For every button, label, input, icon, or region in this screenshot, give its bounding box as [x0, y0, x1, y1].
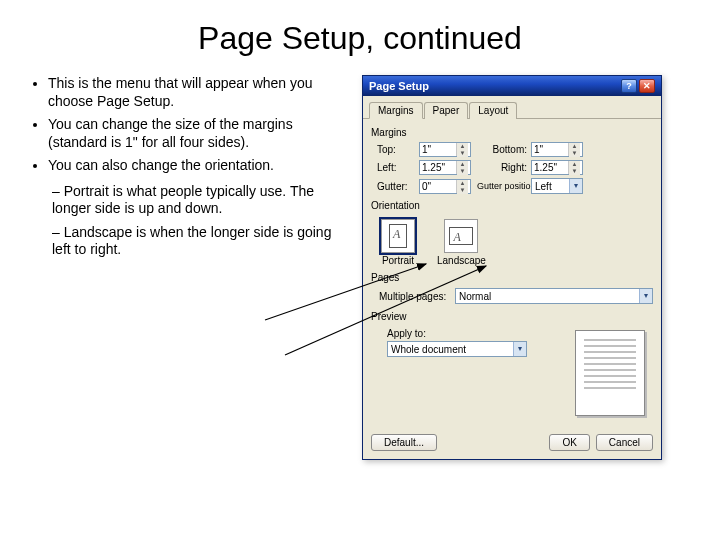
- label-gutter-pos: Gutter position:: [477, 181, 531, 191]
- label-multiple-pages: Multiple pages:: [379, 291, 449, 302]
- bullet-list: This is the menu that will appear when y…: [30, 75, 350, 175]
- label-gutter: Gutter:: [377, 181, 419, 192]
- input-gutter[interactable]: ▲▼: [419, 179, 471, 194]
- default-button[interactable]: Default...: [371, 434, 437, 451]
- help-button[interactable]: ?: [621, 79, 637, 93]
- preview-thumbnail: [575, 330, 645, 416]
- sub-bullet-2: Landscape is when the longer side is goi…: [52, 224, 350, 259]
- tab-layout[interactable]: Layout: [469, 102, 517, 119]
- text-column: This is the menu that will appear when y…: [30, 75, 350, 460]
- label-right: Right:: [477, 162, 531, 173]
- margins-section-label: Margins: [371, 127, 653, 138]
- preview-section-label: Preview: [371, 311, 653, 322]
- content-row: This is the menu that will appear when y…: [0, 75, 720, 460]
- combo-gutter-pos[interactable]: Left▾: [531, 178, 583, 194]
- landscape-icon: [449, 227, 473, 245]
- margins-grid: Top: ▲▼ Bottom: ▲▼ Left: ▲▼ Right: ▲▼ Gu…: [371, 142, 653, 194]
- close-button[interactable]: ✕: [639, 79, 655, 93]
- orientation-section-label: Orientation: [371, 200, 653, 211]
- tab-strip: Margins Paper Layout: [363, 96, 661, 119]
- sub-bullet-list: Portrait is what people typically use. T…: [30, 183, 350, 259]
- combo-apply-to[interactable]: Whole document▾: [387, 341, 527, 357]
- page-setup-dialog: Page Setup ? ✕ Margins Paper Layout Marg…: [362, 75, 662, 460]
- orientation-row: Portrait Landscape: [371, 215, 653, 268]
- label-apply-to: Apply to:: [379, 328, 563, 339]
- bullet-3: You can also change the orientation.: [48, 157, 350, 175]
- portrait-icon: [389, 224, 407, 248]
- portrait-label: Portrait: [382, 255, 414, 266]
- dialog-title: Page Setup: [369, 80, 429, 92]
- input-left[interactable]: ▲▼: [419, 160, 471, 175]
- dialog-button-row: Default... OK Cancel: [363, 426, 661, 459]
- input-bottom[interactable]: ▲▼: [531, 142, 583, 157]
- sub-bullet-1: Portrait is what people typically use. T…: [52, 183, 350, 218]
- tab-paper[interactable]: Paper: [424, 102, 469, 119]
- input-right[interactable]: ▲▼: [531, 160, 583, 175]
- pages-section-label: Pages: [371, 272, 653, 283]
- tab-margins[interactable]: Margins: [369, 102, 423, 119]
- ok-button[interactable]: OK: [549, 434, 589, 451]
- bullet-2: You can change the size of the margins (…: [48, 116, 350, 151]
- combo-multiple-pages[interactable]: Normal▾: [455, 288, 653, 304]
- orientation-portrait[interactable]: Portrait: [381, 219, 415, 266]
- bullet-1: This is the menu that will appear when y…: [48, 75, 350, 110]
- tab-pane: Margins Top: ▲▼ Bottom: ▲▼ Left: ▲▼ Righ…: [363, 119, 661, 426]
- landscape-label: Landscape: [437, 255, 486, 266]
- input-top[interactable]: ▲▼: [419, 142, 471, 157]
- dialog-titlebar[interactable]: Page Setup ? ✕: [363, 76, 661, 96]
- label-top: Top:: [377, 144, 419, 155]
- slide-title: Page Setup, continued: [0, 20, 720, 57]
- label-bottom: Bottom:: [477, 144, 531, 155]
- label-left: Left:: [377, 162, 419, 173]
- cancel-button[interactable]: Cancel: [596, 434, 653, 451]
- orientation-landscape[interactable]: Landscape: [437, 219, 486, 266]
